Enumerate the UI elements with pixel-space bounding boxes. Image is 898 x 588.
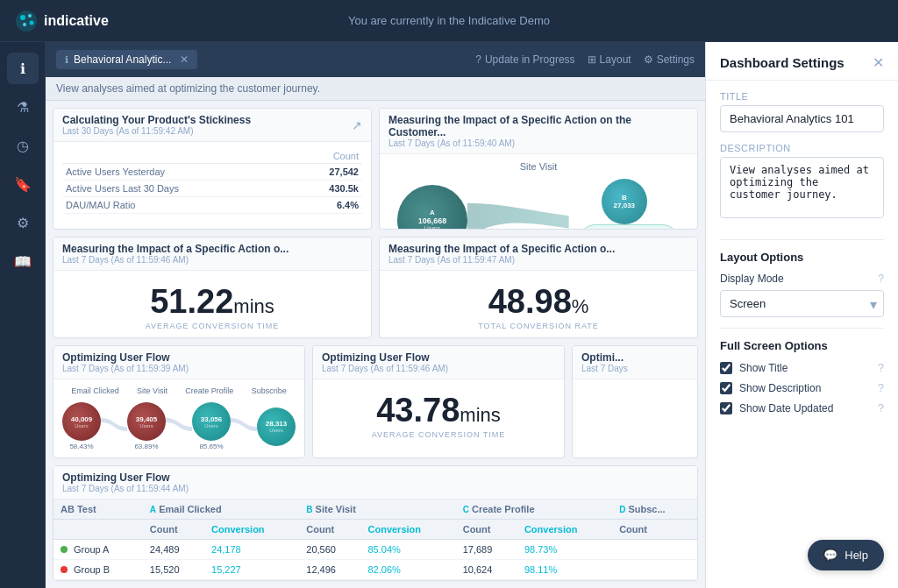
funnel-step-labels: Email Clicked Site Visit Create Profile … [62, 386, 296, 395]
support-chat-bubble[interactable]: Start Support Chat [578, 224, 680, 230]
settings-gear-icon: ⚙ [644, 53, 653, 66]
table-row: DAU/MAU Ratio 6.4% [62, 197, 362, 214]
step-site: Site Visit [137, 386, 167, 395]
display-mode-help-icon[interactable]: ? [878, 273, 884, 285]
sidebar-item-settings[interactable]: ⚙ [7, 207, 39, 238]
display-mode-select-wrapper: Screen Presentation Kiosk ▾ [720, 290, 884, 317]
description-field-label: Description [720, 143, 884, 153]
sidebar-item-book[interactable]: 📖 [7, 245, 39, 277]
svg-point-4 [23, 23, 26, 26]
avg-time-title-1: Measuring the Impact of a Specific Actio… [62, 243, 362, 255]
show-description-checkbox[interactable] [720, 382, 732, 394]
settings-panel: Dashboard Settings ✕ Title Description L… [705, 42, 898, 588]
show-date-help-icon[interactable]: ? [878, 401, 884, 414]
bottom-table-body: AB Test A Email Clicked B Site Visit C [53, 499, 697, 580]
topbar-center-text: You are currently in the Indicative Demo [348, 14, 550, 27]
settings-btn[interactable]: ⚙ Settings [644, 53, 695, 66]
conversion-rate-header: Measuring the Impact of a Specific Actio… [380, 237, 697, 271]
funnel-flow-body: Email Clicked Site Visit Create Profile … [53, 379, 304, 457]
conversion-rate-metric: 48.98% TOTAL CONVERSION RATE [380, 271, 697, 337]
help-button[interactable]: 💬 Help [808, 540, 884, 570]
col-site-header: B Site Visit [299, 499, 455, 520]
display-mode-label: Display Mode [720, 273, 784, 285]
divider-1 [720, 239, 884, 240]
avg-time-card-1-header: Measuring the Impact of a Specific Actio… [53, 237, 371, 271]
funnel-flow-header: Optimizing User Flow Last 7 Days (As of … [53, 346, 304, 379]
show-description-help-icon[interactable]: ? [878, 381, 884, 394]
funnel-node-1: 40,009 Users 58.43% [62, 402, 101, 450]
clock-icon: ◷ [17, 138, 29, 154]
show-date-row: Show Date Updated ? [720, 401, 884, 414]
show-title-row: Show Title ? [720, 361, 884, 374]
conversion-rate-subtitle: Last 7 Days (As of 11:59:47 AM) [388, 255, 688, 265]
sidebar-item-bookmark[interactable]: 🔖 [7, 168, 39, 200]
avg-time-card-2: Optimizing User Flow Last 7 Days (As of … [312, 345, 565, 458]
node-b-label: B [622, 194, 627, 202]
bottom-table-title: Optimizing User Flow [62, 471, 688, 484]
node-a-sublabel: Users [424, 225, 440, 230]
funnel-chord-card: Measuring the Impact of a Specific Actio… [379, 108, 698, 230]
node-2-pct: 63.89% [134, 443, 158, 450]
group-b-label: Group B [53, 560, 143, 580]
update-label: Update in Progress [485, 53, 575, 66]
step-profile: Create Profile [185, 386, 233, 395]
avg-time-value-1: 51.22mins [64, 285, 360, 318]
close-button[interactable]: ✕ [873, 54, 884, 71]
node-3-value: 33,056 [201, 415, 222, 423]
dashboard-tab-close[interactable]: ✕ [180, 53, 189, 66]
show-date-checkbox[interactable] [720, 402, 732, 414]
update-in-progress-btn[interactable]: ? Update in Progress [475, 53, 574, 66]
description-textarea[interactable] [720, 157, 884, 218]
funnel-flow-title: Optimizing User Flow [62, 351, 296, 364]
site-label: Site Visit [316, 504, 356, 514]
col-email-header: A Email Clicked [143, 499, 299, 520]
node-2-circle: 39,405 Users [127, 402, 166, 441]
avg-time-label-2: AVERAGE CONVERSION TIME [324, 430, 553, 439]
show-title-help-icon[interactable]: ? [878, 361, 884, 374]
main-content: ℹ Behavioral Analytic... ✕ ? Update in P… [46, 42, 705, 588]
funnel-chord-body: Site Visit A 106,668 Users [380, 154, 697, 230]
group-a-label: Group A [53, 540, 143, 560]
count-header: Count [292, 149, 362, 164]
sidebar-item-info[interactable]: ℹ [7, 53, 39, 84]
display-mode-select[interactable]: Screen Presentation Kiosk [720, 290, 884, 317]
dashboard-grid: Calculating Your Product's Stickiness La… [46, 101, 705, 588]
row-value: 6.4% [292, 197, 362, 214]
stickiness-table: Count Active Users Yesterday 27,542 Acti… [62, 149, 362, 214]
funnel-flow-card: Optimizing User Flow Last 7 Days (As of … [53, 345, 305, 458]
layout-icon: ⊞ [588, 53, 596, 66]
expand-icon[interactable]: ↗ [352, 118, 362, 132]
settings-label: Settings [657, 53, 695, 66]
node-a-label: A [430, 209, 435, 216]
funnel-node-2: 39,405 Users 63.89% [127, 402, 166, 450]
show-title-label: Show Title [739, 362, 788, 374]
row-label: Active Users Last 30 Days [62, 181, 292, 197]
profile-count-header: Count [456, 520, 517, 540]
group-b-site-conv: 82.06% [361, 560, 456, 580]
row-value: 27,542 [292, 164, 362, 181]
node-4-value: 28,313 [266, 420, 287, 428]
sidebar-item-analytics[interactable]: ⚗ [7, 91, 39, 123]
funnel-flow-subtitle: Last 7 Days (As of 11:59:39 AM) [62, 364, 296, 373]
stickiness-subtitle: Last 30 Days (As of 11:59:42 AM) [62, 126, 251, 136]
node-3-pct: 85.65% [199, 443, 223, 450]
middle-row: Optimizing User Flow Last 7 Days (As of … [53, 345, 698, 458]
sidebar-item-clock[interactable]: ◷ [7, 130, 39, 161]
avg-time-subtitle-2: Last 7 Days (As of 11:59:46 AM) [322, 364, 555, 373]
node-1-pct: 58.43% [69, 443, 93, 450]
layout-btn[interactable]: ⊞ Layout [588, 53, 631, 66]
bottom-table-header: Optimizing User Flow Last 7 Days (As of … [53, 466, 697, 499]
node-b-circle: B 27,033 [602, 179, 647, 224]
group-a-site-conv: 85.04% [361, 540, 456, 560]
funnel-node-b: B 27,033 Start Support Chat [569, 179, 680, 230]
avg-time-metric-2: 43.78mins AVERAGE CONVERSION TIME [313, 379, 564, 446]
show-date-label: Show Date Updated [739, 402, 833, 414]
title-input[interactable] [720, 105, 884, 132]
logo: indicative [14, 9, 109, 33]
chord-connector-svg [467, 185, 569, 230]
dashboard-tab[interactable]: ℹ Behavioral Analytic... ✕ [56, 50, 197, 69]
top-bar: indicative You are currently in the Indi… [0, 0, 898, 42]
svg-point-2 [28, 14, 32, 18]
show-title-checkbox[interactable] [720, 362, 732, 374]
subscribe-count-header: Count [612, 520, 697, 540]
